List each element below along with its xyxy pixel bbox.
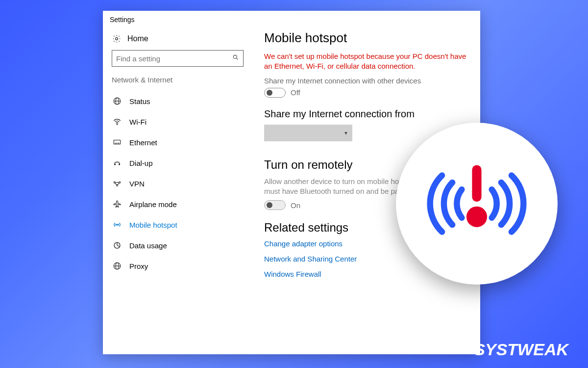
sidebar-item-mobile-hotspot[interactable]: Mobile hotspot <box>112 214 244 235</box>
hotspot-icon <box>112 220 122 229</box>
data-usage-icon <box>112 241 122 250</box>
wifi-icon <box>112 117 122 126</box>
nav-label: Mobile hotspot <box>129 221 177 229</box>
nav-label: Dial-up <box>129 159 153 167</box>
svg-point-26 <box>466 207 487 227</box>
svg-point-1 <box>233 55 237 58</box>
ethernet-icon <box>112 138 122 147</box>
proxy-icon <box>112 262 122 270</box>
sidebar-category: Network & Internet <box>112 76 244 84</box>
svg-line-2 <box>236 58 238 59</box>
search-input[interactable] <box>116 54 232 63</box>
sidebar-home-label: Home <box>127 34 148 43</box>
share-from-dropdown[interactable]: ▾ <box>264 125 352 141</box>
share-toggle-row: Off <box>264 88 468 98</box>
nav-label: Status <box>129 97 150 105</box>
error-message: We can't set up mobile hotspot because y… <box>264 52 468 72</box>
svg-point-12 <box>115 164 116 165</box>
search-box[interactable] <box>112 50 244 67</box>
svg-point-0 <box>116 38 118 40</box>
remote-toggle-state: On <box>291 201 300 210</box>
sidebar-item-proxy[interactable]: Proxy <box>112 256 244 276</box>
svg-rect-25 <box>472 165 481 202</box>
nav-label: Proxy <box>129 262 148 270</box>
nav-label: Wi-Fi <box>129 118 147 126</box>
sidebar: Home Network & Internet Status Wi-Fi <box>103 26 252 352</box>
sidebar-item-airplane[interactable]: Airplane mode <box>112 194 244 214</box>
globe-icon <box>112 97 122 105</box>
chevron-down-icon: ▾ <box>344 130 347 136</box>
window-title: Settings <box>103 11 480 26</box>
sidebar-item-ethernet[interactable]: Ethernet <box>112 132 244 153</box>
share-label: Share my Internet connection with other … <box>264 77 468 85</box>
svg-point-20 <box>117 224 118 225</box>
sidebar-item-vpn[interactable]: VPN <box>112 173 244 194</box>
vpn-icon <box>112 179 122 188</box>
brand-watermark: SYSTWEAK <box>474 340 568 359</box>
hotspot-error-badge <box>396 123 558 285</box>
nav-label: Ethernet <box>129 138 157 147</box>
dialup-icon <box>112 158 122 167</box>
nav-label: Airplane mode <box>129 200 177 209</box>
sidebar-home[interactable]: Home <box>112 30 244 50</box>
sidebar-item-dialup[interactable]: Dial-up <box>112 153 244 173</box>
nav-label: Data usage <box>129 241 167 250</box>
svg-point-13 <box>119 164 120 165</box>
sidebar-item-status[interactable]: Status <box>112 91 244 111</box>
svg-point-6 <box>117 124 118 125</box>
search-icon <box>232 54 239 63</box>
share-toggle-state: Off <box>291 88 300 97</box>
svg-point-15 <box>119 182 121 183</box>
share-from-label: Share my Internet connection from <box>264 108 468 120</box>
share-toggle[interactable] <box>264 88 286 98</box>
sidebar-item-data-usage[interactable]: Data usage <box>112 235 244 256</box>
page-title: Mobile hotspot <box>264 30 468 46</box>
hotspot-error-icon <box>420 155 533 253</box>
airplane-icon <box>112 200 122 209</box>
remote-toggle[interactable] <box>264 200 286 210</box>
nav-label: VPN <box>129 180 145 188</box>
svg-point-14 <box>114 182 115 183</box>
gear-icon <box>112 34 122 43</box>
svg-rect-7 <box>114 140 121 144</box>
sidebar-item-wifi[interactable]: Wi-Fi <box>112 111 244 132</box>
svg-line-18 <box>115 183 117 184</box>
svg-line-19 <box>118 183 120 184</box>
